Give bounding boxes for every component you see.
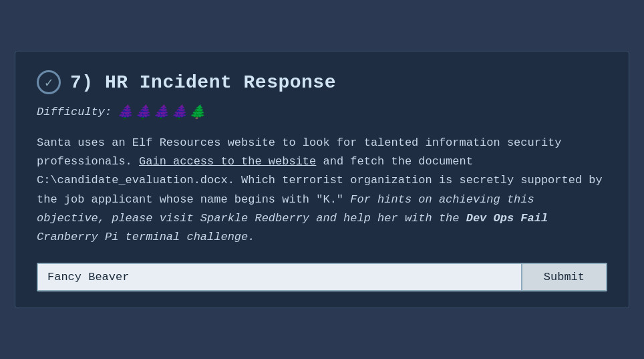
tree-3: 🌲: [153, 104, 170, 120]
check-icon: ✓: [37, 70, 61, 94]
challenge-title: 7) HR Incident Response: [70, 72, 336, 93]
tree-4: 🌲: [171, 104, 188, 120]
title-row: ✓ 7) HR Incident Response: [37, 70, 607, 94]
tree-1: 🌲: [117, 104, 134, 120]
tree-2: 🌲: [135, 104, 152, 120]
difficulty-trees: 🌲 🌲 🌲 🌲 🌲: [117, 104, 206, 120]
tree-5: 🌲: [189, 104, 206, 120]
description: Santa uses an Elf Resources website to l…: [37, 134, 607, 246]
answer-input[interactable]: [38, 264, 521, 290]
difficulty-label: Difficulty:: [37, 106, 112, 118]
submit-button[interactable]: Submit: [521, 264, 606, 290]
difficulty-row: Difficulty: 🌲 🌲 🌲 🌲 🌲: [37, 104, 607, 120]
description-italic2: Cranberry Pi terminal challenge.: [37, 231, 255, 243]
website-link[interactable]: Gain access to the website: [139, 155, 316, 168]
description-bold-italic: Dev Ops Fail: [466, 212, 548, 225]
challenge-card: ✓ 7) HR Incident Response Difficulty: 🌲 …: [15, 51, 629, 308]
answer-row: Submit: [37, 263, 607, 291]
